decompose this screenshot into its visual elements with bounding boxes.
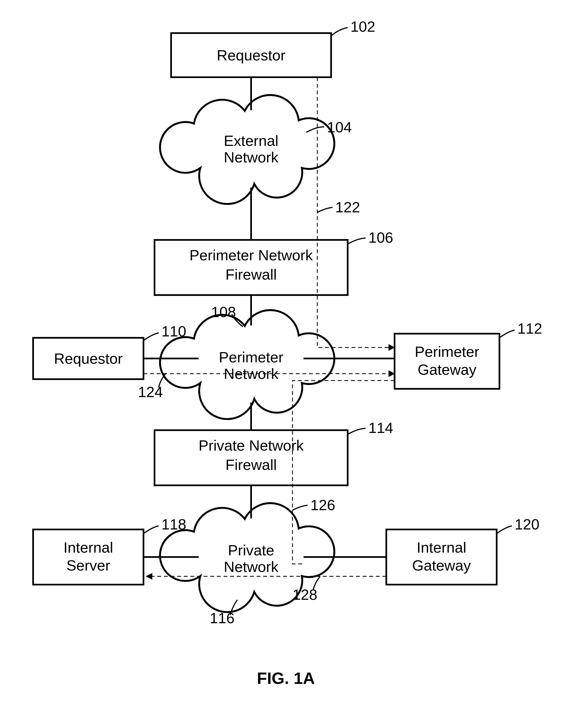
- perimeter-firewall-box: Perimeter Network Firewall: [154, 240, 348, 295]
- internal-gateway-label2: Gateway: [412, 557, 471, 574]
- external-network-label1: External: [224, 132, 278, 149]
- perimeter-gateway-label2: Gateway: [418, 361, 476, 378]
- external-network-cloud: External Network: [160, 95, 335, 204]
- ref-122: 122: [335, 199, 360, 215]
- requestor-left-label: Requestor: [54, 350, 123, 367]
- private-firewall-box: Private Network Firewall: [154, 430, 348, 485]
- ref-114: 114: [368, 419, 393, 436]
- ref-120: 120: [515, 516, 540, 533]
- ref-104: 104: [327, 119, 352, 136]
- ref-128: 128: [292, 586, 317, 603]
- private-network-label1: Private: [228, 542, 274, 558]
- internal-gateway-box: Internal Gateway: [386, 530, 497, 585]
- internal-server-label1: Internal: [64, 539, 113, 556]
- requestor-top-label: Requestor: [217, 47, 285, 63]
- internal-gateway-label1: Internal: [417, 539, 466, 556]
- requestor-top-box: Requestor: [171, 33, 331, 77]
- figure-caption: FIG. 1A: [257, 669, 315, 687]
- ref-116: 116: [210, 610, 234, 626]
- perimeter-gateway-box: Perimeter Gateway: [395, 334, 499, 389]
- ref-112: 112: [517, 320, 542, 337]
- perimeter-gateway-label1: Perimeter: [415, 343, 479, 360]
- private-firewall-label2: Firewall: [225, 456, 277, 473]
- internal-server-box: Internal Server: [33, 530, 143, 585]
- ref-124: 124: [138, 384, 163, 400]
- external-network-label2: Network: [224, 149, 279, 165]
- perimeter-firewall-label2: Firewall: [225, 266, 277, 282]
- ref-118: 118: [161, 516, 186, 533]
- ref-110: 110: [161, 323, 186, 339]
- perimeter-firewall-label1: Perimeter Network: [189, 247, 313, 263]
- internal-server-label2: Server: [66, 557, 110, 574]
- ref-102: 102: [350, 18, 375, 35]
- ref-106: 106: [368, 229, 393, 246]
- ref-126: 126: [310, 497, 335, 513]
- requestor-left-box: Requestor: [33, 338, 143, 379]
- ref-108: 108: [211, 304, 236, 320]
- private-network-label2: Network: [224, 558, 279, 575]
- perimeter-network-label1: Perimeter: [219, 349, 283, 366]
- private-firewall-label1: Private Network: [198, 437, 304, 454]
